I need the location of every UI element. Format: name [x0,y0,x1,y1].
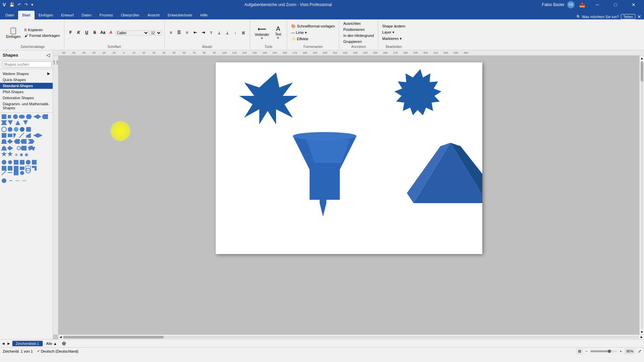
minimize-button[interactable]: ─ [590,0,605,9]
font-color-btn[interactable]: A [107,29,115,36]
tab-start[interactable]: Start [18,11,35,19]
shapes-search-input[interactable] [2,61,52,67]
tab-prozess[interactable]: Prozess [96,11,117,19]
layer-btn[interactable]: Layer ▾ [381,29,407,35]
ribbon-close[interactable]: ✕ [637,14,641,19]
markieren-btn[interactable]: Markieren ▾ [381,36,407,42]
tab-alle[interactable]: Alle ▲ [44,341,59,346]
zoom-slider-thumb[interactable] [608,350,611,353]
scroll-left-btn[interactable]: ◄ [59,335,62,339]
scroll-right-btn[interactable]: ► [640,335,643,339]
quick-customize[interactable]: ▾ [31,2,33,7]
schnellformat-btn[interactable]: 🎨 Schnellformat-vorlagen [290,23,336,29]
indent-less-btn[interactable]: ⇤ [192,29,199,36]
add-sheet-btn[interactable]: ⊕ [62,340,66,347]
strikethrough-btn[interactable]: S [91,29,99,36]
maximize-button[interactable]: □ [608,0,623,9]
gruppieren-btn[interactable]: Gruppieren [342,39,375,44]
shape-rect9 [20,167,24,170]
verbinder-btn[interactable]: ⟵ Verbinder ✕ [253,24,271,41]
linie-btn[interactable]: — Linie ▾ [290,30,336,36]
tick: 210 [330,51,340,54]
quick-save[interactable]: 💾 [9,2,14,7]
scroll-sheets-right[interactable]: ► [7,341,11,346]
shape-starburst[interactable] [394,69,441,115]
indent-more-btn[interactable]: ⇥ [200,29,207,36]
title-bar-left: V 💾 ↶ ↷ ▾ [3,2,34,7]
ausrichten-btn[interactable]: Ausrichten [342,21,375,26]
hscroll-track[interactable] [63,336,639,339]
tab-zeichenblatt1[interactable]: Zeichenblatt-1 [12,341,43,346]
tab-daten[interactable]: Daten [77,11,95,19]
shape-pyramid[interactable] [407,143,482,203]
valign-mid-btn[interactable]: ⊥ [216,29,223,37]
zoom-percent[interactable]: 95% [625,349,635,354]
shape-8star[interactable] [239,72,298,124]
einfuegen-btn[interactable]: 📋 Einfügen [4,25,22,40]
font-size-btn[interactable]: Aa [99,29,107,36]
vscroll-thumb[interactable] [641,61,643,81]
starburst-path[interactable] [394,69,441,115]
bold-btn[interactable]: F [67,29,74,36]
zoom-out-btn[interactable]: − [585,349,587,353]
underline-btn[interactable]: U [83,29,91,36]
shapes-canvas[interactable] [216,62,482,253]
close-button[interactable]: ✕ [626,0,641,9]
positionieren-btn[interactable]: Positionieren [342,27,375,32]
hscroll-thumb[interactable] [63,336,164,339]
valign-bot-btn[interactable]: ⊥ [224,29,231,37]
effekte-btn[interactable]: ✨ Effekte [290,36,336,42]
tab-einfuegen[interactable]: Einfügen [35,11,57,19]
zwischenablage-content: 📋 Einfügen ⎘ Kopieren 🖌 Format übertrage… [4,21,61,44]
align-right-btn[interactable]: ≡ [183,29,191,36]
format-ubertragen-btn[interactable]: 🖌 Format übertragen [23,33,61,38]
shapes-svg-grid[interactable]: ✳ ✸ ✺ [1,114,49,315]
italic-btn[interactable]: K [75,29,83,36]
tab-ansicht[interactable]: Ansicht [144,11,164,19]
tab-datei[interactable]: Datei [1,11,18,19]
font-family-select[interactable]: Calibri [115,31,149,36]
hintergrund-btn[interactable]: In den Hintergrund [342,33,375,38]
quick-redo[interactable]: ↷ [24,2,28,7]
drawing-page[interactable] [216,62,482,254]
tab-ueberpruefen[interactable]: Überprüfen [117,11,144,19]
valign-top-btn[interactable]: ⊤ [208,29,215,37]
group-schriftart: F K U S Aa A Calibri 12 Schriftart [64,20,165,49]
nav-pfeil-shapes[interactable]: Pfeil-Shapes [0,89,53,95]
nav-standard-shapes[interactable]: Standard-Shapes [0,83,53,89]
expand-btn[interactable]: ⤢ [638,349,641,354]
nav-quick-shapes[interactable]: Quick-Shapes [0,77,53,83]
line-spacing-btn[interactable]: ↕ [232,29,239,37]
shape-aendern-btn[interactable]: Shape ändern [381,23,407,29]
star8-path[interactable] [239,72,298,124]
quick-undo[interactable]: ↶ [18,2,21,7]
tab-entwurf[interactable]: Entwurf [57,11,77,19]
kopieren-btn[interactable]: ⎘ Kopieren [23,27,61,33]
funnel-bottom[interactable] [310,170,340,217]
vscroll-track[interactable] [641,61,643,329]
tab-entwicklertools[interactable]: Entwicklertools [164,11,196,19]
text-btn[interactable]: A Text ✕ [272,24,284,41]
nav-dekorative-shapes[interactable]: Dekorative Shapes [0,95,53,101]
sidebar-collapse-btn[interactable]: ◁ [46,52,50,58]
arrow-right-icon: ▶ [47,71,50,76]
align-center-btn[interactable]: ☰ [175,29,183,36]
fit-page-btn[interactable]: ⊞ [577,348,583,354]
align-left-btn[interactable]: ≡ [167,29,175,36]
share-btn[interactable]: Teilen [621,14,635,19]
nav-weitere-shapes[interactable]: Weitere Shapes ▶ [0,70,53,77]
list-btn[interactable]: ☰ [240,29,247,37]
nav-diagramm-shapes[interactable]: Diagramm- und Mathematik-Shapes [0,101,53,111]
help-search[interactable]: 🔍 Was möchten Sie tun? [576,15,619,19]
funnel-top-ellipse[interactable] [293,132,357,140]
shape-funnel[interactable] [293,132,357,217]
zoom-slider-track[interactable] [590,350,617,352]
right-scrollbar[interactable]: ▲ ▼ [639,56,644,335]
font-size-select[interactable]: 12 [150,31,162,36]
scroll-down-btn[interactable]: ▼ [640,329,644,335]
drawing-canvas-scroll[interactable] [58,56,639,335]
zoom-in-btn[interactable]: + [620,349,622,353]
scroll-up-btn[interactable]: ▲ [640,56,644,61]
tab-hilfe[interactable]: Hilfe [196,11,212,19]
scroll-sheets-left[interactable]: ◄ [1,341,5,346]
